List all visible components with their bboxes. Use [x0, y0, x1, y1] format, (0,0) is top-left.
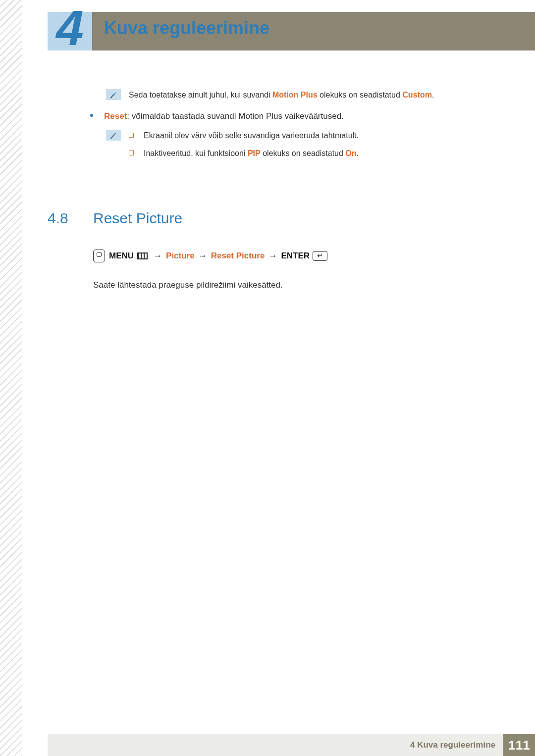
- chapter-title: Kuva reguleerimine: [104, 18, 269, 39]
- arrow-icon: →: [154, 251, 162, 261]
- note-row-2: Ekraanil olev värv võib selle suvandiga …: [106, 130, 490, 165]
- nav-enter-label: ENTER: [281, 251, 310, 261]
- sublist-item-2: Inaktiveeritud, kui funktsiooni PIP olek…: [129, 148, 359, 159]
- sub2-em1: PIP: [248, 149, 261, 157]
- note1-em1: Motion Plus: [272, 91, 318, 99]
- sublist-item-1: Ekraanil olev värv võib selle suvandiga …: [129, 130, 359, 142]
- sublist: Ekraanil olev värv võib selle suvandiga …: [129, 130, 359, 165]
- remote-icon: [93, 250, 105, 262]
- bullet-reset: Reset: võimaldab taastada suvandi Motion…: [90, 110, 490, 123]
- arrow-icon: →: [199, 251, 207, 261]
- section-heading: 4.8 Reset Picture: [48, 210, 490, 227]
- sub2-em2: On: [345, 149, 356, 157]
- sub2-mid: olekuks on seadistatud: [261, 149, 346, 157]
- arrow-icon: →: [268, 251, 277, 261]
- bullet-text: Reset: võimaldab taastada suvandi Motion…: [104, 110, 344, 123]
- menu-icon: [137, 252, 148, 260]
- content-area: Seda toetatakse ainult juhul, kui suvand…: [48, 89, 490, 290]
- note1-suffix: .: [432, 91, 434, 99]
- menu-path: MENU → Picture → Reset Picture → ENTER: [93, 250, 490, 262]
- section-title: Reset Picture: [93, 210, 182, 227]
- square-bullet-icon: [129, 133, 134, 138]
- nav-reset-picture: Reset Picture: [211, 251, 265, 261]
- page-number: 111: [503, 734, 535, 756]
- section-number: 4.8: [48, 210, 93, 227]
- left-stripe-decoration: [0, 0, 22, 756]
- note1-prefix: Seda toetatakse ainult juhul, kui suvand…: [129, 91, 272, 99]
- square-bullet-icon: [129, 151, 134, 155]
- chapter-number: 4: [48, 3, 92, 52]
- note-text-1: Seda toetatakse ainult juhul, kui suvand…: [129, 89, 434, 101]
- bullet-label: Reset: [104, 111, 127, 121]
- nav-picture: Picture: [166, 251, 195, 261]
- note-icon: [106, 89, 121, 100]
- note1-mid: olekuks on seadistatud: [318, 91, 403, 99]
- body-paragraph: Saate lähtestada praeguse pildirežiimi v…: [93, 280, 490, 290]
- sub2-prefix: Inaktiveeritud, kui funktsiooni: [144, 149, 248, 157]
- sub2-suffix: .: [357, 149, 359, 157]
- bullet-rest: : võimaldab taastada suvandi Motion Plus…: [127, 111, 344, 121]
- page: 4 Kuva reguleerimine Seda toetatakse ain…: [0, 0, 535, 756]
- sub1-text: Ekraanil olev värv võib selle suvandiga …: [144, 130, 359, 142]
- sub2-text: Inaktiveeritud, kui funktsiooni PIP olek…: [144, 148, 359, 159]
- note1-em2: Custom: [402, 91, 432, 99]
- note-icon: [106, 130, 121, 141]
- footer: 4 Kuva reguleerimine 111: [48, 734, 535, 756]
- bullet-dot-icon: [90, 114, 93, 117]
- note-row-1: Seda toetatakse ainult juhul, kui suvand…: [106, 89, 490, 101]
- footer-chapter-label: 4 Kuva reguleerimine: [410, 740, 495, 750]
- nav-menu-label: MENU: [109, 251, 134, 261]
- enter-icon: [313, 251, 327, 261]
